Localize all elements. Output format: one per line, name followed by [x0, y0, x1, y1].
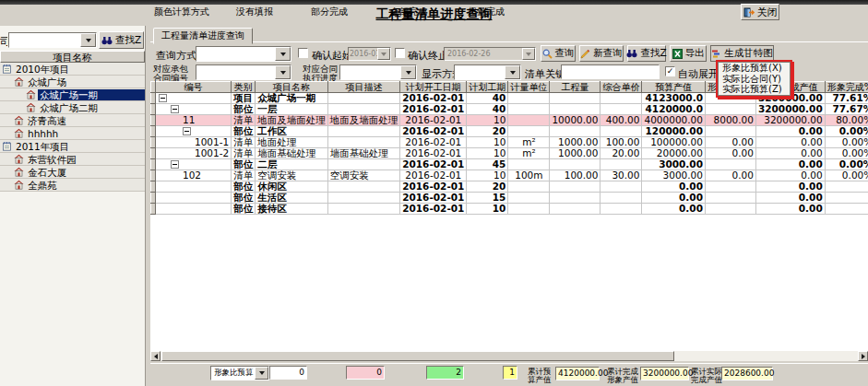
- gantt-menu-item-0[interactable]: 形象比预算(X): [719, 63, 790, 74]
- cell-pct: 0.00%: [825, 148, 868, 159]
- table-row-4[interactable]: 1001-1清单地面处理2016-02-0110m²1000.00100.001…: [151, 137, 868, 148]
- tree-item-1[interactable]: 众城广场: [0, 76, 145, 88]
- gantt-chart-icon: [711, 49, 721, 59]
- cell-cqty: 0.00: [705, 170, 755, 181]
- col-header-2[interactable]: 类别: [232, 82, 256, 93]
- total-label-0: 累计预算产值: [528, 368, 552, 383]
- table-row-8[interactable]: 部位休闲区2016-02-01200.000.00: [151, 181, 868, 193]
- cell-qty: [550, 159, 600, 170]
- cell-cval: 0.00: [755, 181, 825, 193]
- collapse-icon[interactable]: [171, 105, 179, 113]
- tree-item-7[interactable]: 东营软件园: [0, 153, 145, 166]
- confirm-start-checkbox[interactable]: [298, 48, 308, 58]
- code-text: 1001-1: [195, 137, 229, 147]
- confirm-end-checkbox[interactable]: [395, 48, 405, 58]
- col-header-10[interactable]: 预算产值: [642, 82, 705, 93]
- collapse-icon[interactable]: [183, 127, 191, 135]
- tree-item-8[interactable]: 金石大厦: [0, 166, 145, 179]
- generate-gantt-button[interactable]: 生成甘特图: [710, 45, 774, 62]
- col-header-9[interactable]: 综合单价: [600, 82, 642, 93]
- progress-table[interactable]: 编号类别项目名称项目描述计划开工日期计划工期计量单位工程量综合单价预算产值形象完…: [150, 81, 868, 215]
- col-header-4[interactable]: 项目描述: [327, 82, 400, 93]
- cell-type: 部位: [232, 204, 256, 215]
- display-mode-combo[interactable]: [454, 64, 521, 80]
- col-header-5[interactable]: 计划开工日期: [400, 82, 467, 93]
- total-label-2: 累计实际完成产值: [691, 368, 722, 383]
- tree-item-5[interactable]: hhhhh: [0, 127, 145, 140]
- tree-item-2[interactable]: 众城广场一期: [0, 88, 145, 101]
- cell-dur: 20: [467, 126, 508, 137]
- table-row-6[interactable]: 部位二层2016-02-01453000.000.000.00%: [151, 159, 868, 170]
- col-header-8[interactable]: 工程量: [550, 82, 600, 93]
- cell-budget: 4123000.0: [642, 93, 705, 104]
- cell-name: 生活区: [256, 193, 328, 204]
- tree-item-label: 济青高速: [26, 115, 68, 126]
- cell-budget: 0.00: [642, 181, 705, 193]
- tab-progress-query[interactable]: 工程量清单进度查询: [153, 28, 253, 44]
- cell-date: 2016-02-01: [400, 115, 467, 126]
- new-query-button[interactable]: 新查询: [579, 45, 624, 62]
- collapse-icon[interactable]: [171, 160, 179, 169]
- find-button[interactable]: 查找Z: [627, 45, 666, 62]
- dropdown-arrow-icon[interactable]: [505, 65, 520, 79]
- cell-unit: [508, 104, 550, 115]
- table-row-5[interactable]: 1001-2清单墙面基础处理墙面基础处理2016-02-0110m²1000.0…: [151, 148, 868, 159]
- col-header-7[interactable]: 计量单位: [508, 82, 550, 93]
- gantt-menu-item-2[interactable]: 实际比预算(Z): [719, 84, 790, 95]
- cell-price: 30.00: [600, 170, 642, 181]
- cell-dur: 20: [467, 181, 508, 193]
- tree-item-0[interactable]: 2010年项目: [0, 63, 145, 76]
- legend-label-3: 超量完成: [468, 6, 505, 18]
- keyword-input[interactable]: [561, 64, 660, 79]
- sidebar-find-button[interactable]: 查找Z: [99, 31, 144, 49]
- gantt-menu-item-1[interactable]: 实际比合同(Y): [719, 74, 790, 85]
- cell-price: [600, 193, 642, 204]
- col-header-3[interactable]: 项目名称: [256, 82, 328, 93]
- cell-price: 20.00: [600, 148, 642, 159]
- scroll-right-button[interactable]: [858, 351, 868, 361]
- project-search-combo[interactable]: [8, 32, 97, 48]
- tree-item-4[interactable]: 济青高速: [0, 114, 145, 127]
- col-header-1[interactable]: 编号: [156, 82, 232, 93]
- code-text: 1001-2: [195, 148, 229, 158]
- table-row-1[interactable]: 部位一层2016-02-01404120000.03200000.0077.67…: [151, 104, 868, 115]
- dropdown-arrow-icon[interactable]: [255, 367, 268, 380]
- query-mode-combo[interactable]: [196, 46, 291, 62]
- cell-date: 2016-02-01: [400, 159, 467, 170]
- col-header-6[interactable]: 计划工期: [467, 82, 508, 93]
- table-row-9[interactable]: 部位生活区2016-02-01150.000.00: [151, 193, 868, 204]
- scrollbar-thumb[interactable]: [161, 351, 674, 361]
- dropdown-arrow-icon[interactable]: [275, 47, 291, 61]
- horizontal-scrollbar[interactable]: [150, 351, 868, 361]
- cell-unit: [508, 93, 550, 104]
- query-button[interactable]: 查询: [541, 45, 576, 62]
- color-mode-combo[interactable]: 形象比预算: [210, 366, 269, 380]
- collapse-icon[interactable]: [159, 94, 167, 102]
- cell-budget: 0.00: [642, 193, 705, 204]
- table-row-3[interactable]: 部位工作区2016-02-0120120000.000.000.00%: [151, 126, 868, 137]
- cell-pct: 0.00%: [825, 170, 868, 181]
- close-button[interactable]: 关闭: [741, 4, 779, 20]
- cell-pct: [825, 193, 868, 204]
- contract-no-combo[interactable]: [196, 64, 291, 80]
- col-header-13[interactable]: 形象完成%: [825, 82, 868, 93]
- table-row-2[interactable]: 11清单地面及墙面处理地面及墙面处理2016-02-011010000.0040…: [151, 115, 868, 126]
- contract-progress-combo[interactable]: [339, 64, 417, 80]
- tree-item-3[interactable]: 众城广场二期: [0, 101, 145, 114]
- scroll-left-button[interactable]: [150, 351, 161, 361]
- dropdown-arrow-icon[interactable]: [400, 65, 416, 79]
- table-row-7[interactable]: 102清单空调安装空调安装2016-02-0110100m100.0030.00…: [151, 170, 868, 181]
- export-button[interactable]: 导出: [670, 45, 707, 62]
- tree-item-6[interactable]: 2011年项目: [0, 140, 145, 153]
- dropdown-arrow-icon[interactable]: [80, 33, 96, 47]
- tree-item-9[interactable]: 全鼎苑: [0, 179, 145, 192]
- cell-type: 部位: [232, 126, 256, 137]
- tree-header[interactable]: 项目名称: [0, 51, 145, 63]
- table-row-10[interactable]: 部位接待区2016-02-01100.000.00: [151, 204, 868, 215]
- cell-cqty: [705, 104, 755, 115]
- cell-pct: 0.00%: [825, 126, 868, 137]
- auto-expand-checkbox[interactable]: ✓: [665, 66, 675, 76]
- cell-price: [600, 126, 642, 137]
- dropdown-arrow-icon[interactable]: [275, 65, 291, 79]
- cell-name: 地面及墙面处理: [256, 115, 328, 126]
